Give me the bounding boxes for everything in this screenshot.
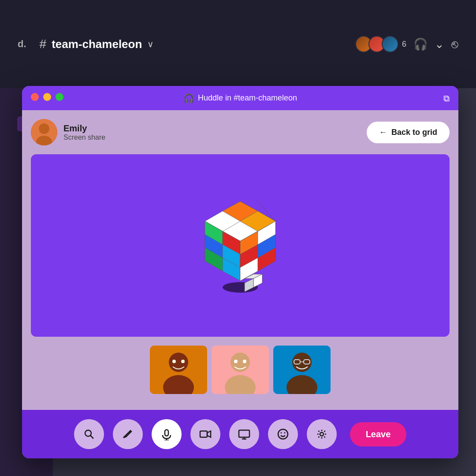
- svg-point-1: [39, 123, 49, 134]
- screen-share-area: [31, 154, 450, 337]
- top-bar-right: 6 🎧 ⌄ ⎋: [355, 36, 458, 52]
- avatar-stack: 6: [355, 36, 406, 52]
- emoji-button[interactable]: [268, 419, 298, 449]
- huddle-modal: 🎧 Huddle in #team-chameleon ⧉: [22, 86, 458, 458]
- presenter-avatar: [31, 119, 57, 145]
- huddle-titlebar: 🎧 Huddle in #team-chameleon ⧉: [22, 86, 458, 110]
- svg-point-35: [172, 360, 176, 363]
- presenter-info: Emily Screen share ← Back to grid: [31, 119, 450, 145]
- app-background: d. # team-chameleon ∨ 6 🎧 ⌄ ⎋ ds on +: [0, 0, 476, 476]
- svg-line-49: [90, 435, 93, 439]
- svg-point-60: [280, 432, 282, 434]
- back-to-grid-label: Back to grid: [391, 128, 437, 137]
- channel-hash-symbol: #: [40, 37, 47, 51]
- pencil-button[interactable]: [113, 419, 143, 449]
- presenter-details: Emily Screen share: [63, 123, 105, 141]
- svg-point-40: [234, 360, 238, 363]
- pip-icon[interactable]: ⧉: [443, 93, 450, 103]
- svg-point-62: [320, 432, 324, 436]
- svg-point-61: [284, 432, 285, 434]
- workspace-name[interactable]: d.: [18, 38, 26, 50]
- huddle-title: 🎧 Huddle in #team-chameleon: [183, 93, 297, 104]
- headphones-icon[interactable]: 🎧: [413, 37, 428, 51]
- presenter-avatar-image: [31, 119, 57, 145]
- search-button[interactable]: [74, 419, 104, 449]
- traffic-lights: [31, 93, 63, 101]
- svg-rect-51: [165, 430, 168, 436]
- svg-rect-56: [239, 430, 249, 437]
- back-arrow-icon: ←: [379, 128, 387, 137]
- mic-button[interactable]: [152, 419, 182, 449]
- svg-point-59: [278, 429, 288, 439]
- channel-header: # team-chameleon ∨: [40, 37, 355, 51]
- participant-thumb-1[interactable]: [150, 346, 207, 394]
- channel-chevron-icon[interactable]: ∨: [147, 39, 154, 49]
- svg-rect-54: [200, 431, 207, 437]
- channel-name[interactable]: team-chameleon: [52, 37, 142, 51]
- chevron-down-icon[interactable]: ⌄: [435, 37, 444, 51]
- share-icon[interactable]: ⎋: [451, 37, 458, 51]
- back-to-grid-button[interactable]: ← Back to grid: [367, 122, 450, 143]
- svg-marker-55: [207, 431, 211, 437]
- controls-bar: Leave: [22, 410, 458, 458]
- svg-point-41: [243, 360, 246, 363]
- avatar-3[interactable]: [382, 36, 398, 52]
- huddle-title-text: Huddle in #team-chameleon: [198, 93, 297, 103]
- huddle-content: Emily Screen share ← Back to grid: [22, 110, 458, 410]
- video-button[interactable]: [190, 419, 220, 449]
- participant-thumb-3[interactable]: [273, 346, 331, 394]
- cube-container: [31, 175, 450, 316]
- svg-line-50: [130, 431, 130, 432]
- screen-share-button[interactable]: [229, 419, 259, 449]
- leave-button[interactable]: Leave: [350, 422, 407, 446]
- participants-row: [31, 346, 450, 394]
- settings-button[interactable]: [307, 419, 337, 449]
- maximize-button[interactable]: [56, 93, 63, 101]
- huddle-headphones-icon: 🎧: [183, 93, 194, 104]
- presenter-name: Emily: [63, 123, 105, 134]
- participant-thumb-2[interactable]: [212, 346, 269, 394]
- close-button[interactable]: [31, 93, 39, 101]
- presenter-status: Screen share: [63, 134, 105, 141]
- svg-point-48: [85, 430, 91, 436]
- rubiks-cube-graphic: [192, 193, 289, 298]
- minimize-button[interactable]: [43, 93, 51, 101]
- svg-point-36: [181, 360, 185, 363]
- avatar-count: 6: [402, 40, 406, 49]
- top-bar: d. # team-chameleon ∨ 6 🎧 ⌄ ⎋: [0, 0, 476, 88]
